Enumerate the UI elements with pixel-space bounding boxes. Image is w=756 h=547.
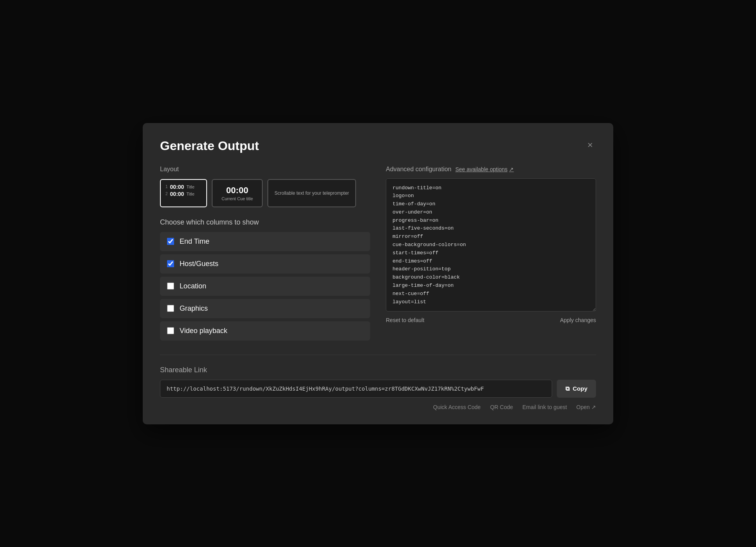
layout-card-list[interactable]: 1 00:00 Title 2 00:00 Title <box>160 179 207 207</box>
teleprompter-label: Scrollable text for your teleprompter <box>274 190 349 196</box>
layout-label: Layout <box>160 166 370 173</box>
modal-header: Generate Output × <box>160 139 596 153</box>
location-checkbox[interactable] <box>167 283 174 290</box>
checkbox-item-end-time[interactable]: End Time <box>160 232 370 251</box>
modal-title: Generate Output <box>160 139 259 153</box>
email-link-label: Email link to guest <box>522 404 567 410</box>
layout-card-single[interactable]: 00:00 Current Cue title <box>212 179 263 207</box>
graphics-checkbox[interactable] <box>167 305 174 312</box>
right-panel: Advanced configuration See available opt… <box>386 166 596 341</box>
layout-card-teleprompter[interactable]: Scrollable text for your teleprompter <box>267 179 356 207</box>
single-time: 00:00 <box>226 185 248 196</box>
link-actions: Quick Access Code QR Code Email link to … <box>160 404 596 410</box>
quick-access-code-button[interactable]: Quick Access Code <box>433 404 481 410</box>
advanced-header: Advanced configuration See available opt… <box>386 166 596 173</box>
copy-label: Copy <box>573 385 588 392</box>
email-link-button[interactable]: Email link to guest <box>522 404 567 410</box>
quick-access-code-label: Quick Access Code <box>433 404 481 410</box>
advanced-link-text: See available options <box>455 166 507 172</box>
config-actions: Reset to default Apply changes <box>386 317 596 323</box>
layout-cards: 1 00:00 Title 2 00:00 Title 00:00 <box>160 179 370 207</box>
config-textarea[interactable]: rundown-title=on logo=on time-of-day=on … <box>386 178 596 312</box>
checkbox-item-video-playback[interactable]: Video playback <box>160 321 370 341</box>
columns-label: Choose which columns to show <box>160 218 370 226</box>
cue-title-2: Title <box>186 192 194 196</box>
video-playback-checkbox[interactable] <box>167 327 174 334</box>
cue-row-2: 2 00:00 Title <box>165 191 202 197</box>
cue-time-1: 00:00 <box>170 184 184 190</box>
cue-row-1: 1 00:00 Title <box>165 184 202 190</box>
close-button[interactable]: × <box>584 139 596 151</box>
cue-time-2: 00:00 <box>170 191 184 197</box>
host-guests-checkbox[interactable] <box>167 260 174 267</box>
copy-button[interactable]: ⧉ Copy <box>557 380 596 398</box>
qr-code-button[interactable]: QR Code <box>490 404 513 410</box>
reset-button[interactable]: Reset to default <box>386 317 424 323</box>
modal-overlay: Generate Output × Layout 1 00:00 Title <box>0 0 756 547</box>
cue-num-1: 1 <box>165 185 168 189</box>
modal-body: Layout 1 00:00 Title 2 00:00 Title <box>160 166 596 341</box>
checkbox-item-location[interactable]: Location <box>160 277 370 296</box>
end-time-label: End Time <box>180 237 209 246</box>
checkbox-list: End Time Host/Guests Location Graphics <box>160 232 370 341</box>
advanced-title: Advanced configuration <box>386 166 451 173</box>
shareable-url-input[interactable] <box>160 380 552 398</box>
generate-output-modal: Generate Output × Layout 1 00:00 Title <box>143 123 613 424</box>
qr-code-label: QR Code <box>490 404 513 410</box>
external-link-icon: ↗ <box>509 166 514 172</box>
single-subtitle: Current Cue title <box>222 196 253 201</box>
link-row: ⧉ Copy <box>160 380 596 398</box>
advanced-options-link[interactable]: See available options ↗ <box>455 166 514 172</box>
location-label: Location <box>180 282 206 290</box>
host-guests-label: Host/Guests <box>180 260 218 268</box>
apply-button[interactable]: Apply changes <box>560 317 596 323</box>
video-playback-label: Video playback <box>180 327 227 335</box>
cue-num-2: 2 <box>165 192 168 196</box>
left-panel: Layout 1 00:00 Title 2 00:00 Title <box>160 166 370 341</box>
shareable-label: Shareable Link <box>160 366 596 374</box>
checkbox-item-graphics[interactable]: Graphics <box>160 299 370 318</box>
cue-title-1: Title <box>186 185 194 189</box>
end-time-checkbox[interactable] <box>167 238 174 245</box>
open-label: Open ↗ <box>576 404 596 410</box>
open-button[interactable]: Open ↗ <box>576 404 596 410</box>
checkbox-item-host-guests[interactable]: Host/Guests <box>160 254 370 274</box>
shareable-section: Shareable Link ⧉ Copy Quick Access Code … <box>160 355 596 410</box>
copy-icon: ⧉ <box>565 385 570 392</box>
graphics-label: Graphics <box>180 304 208 313</box>
